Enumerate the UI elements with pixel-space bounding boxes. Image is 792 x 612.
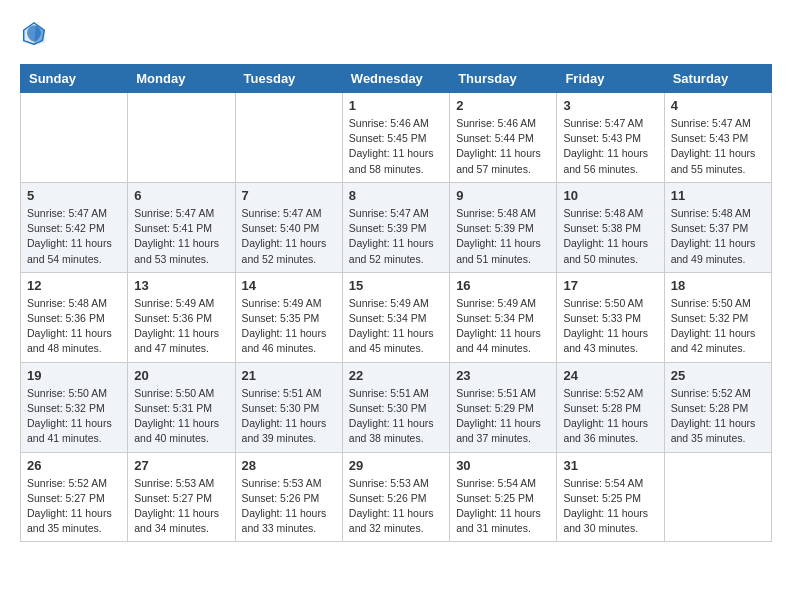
day-info: Sunrise: 5:52 AM Sunset: 5:27 PM Dayligh… [27,476,121,537]
day-number: 23 [456,368,550,383]
calendar-cell: 11Sunrise: 5:48 AM Sunset: 5:37 PM Dayli… [664,182,771,272]
day-number: 10 [563,188,657,203]
day-info: Sunrise: 5:48 AM Sunset: 5:37 PM Dayligh… [671,206,765,267]
calendar-cell [21,93,128,183]
day-info: Sunrise: 5:49 AM Sunset: 5:35 PM Dayligh… [242,296,336,357]
day-number: 24 [563,368,657,383]
calendar-week-row: 19Sunrise: 5:50 AM Sunset: 5:32 PM Dayli… [21,362,772,452]
day-info: Sunrise: 5:52 AM Sunset: 5:28 PM Dayligh… [563,386,657,447]
calendar-cell: 24Sunrise: 5:52 AM Sunset: 5:28 PM Dayli… [557,362,664,452]
calendar-week-row: 5Sunrise: 5:47 AM Sunset: 5:42 PM Daylig… [21,182,772,272]
day-info: Sunrise: 5:49 AM Sunset: 5:34 PM Dayligh… [349,296,443,357]
day-number: 18 [671,278,765,293]
calendar-cell: 18Sunrise: 5:50 AM Sunset: 5:32 PM Dayli… [664,272,771,362]
day-number: 2 [456,98,550,113]
weekday-header: Friday [557,65,664,93]
day-info: Sunrise: 5:50 AM Sunset: 5:31 PM Dayligh… [134,386,228,447]
day-number: 28 [242,458,336,473]
calendar-cell: 5Sunrise: 5:47 AM Sunset: 5:42 PM Daylig… [21,182,128,272]
calendar-cell: 4Sunrise: 5:47 AM Sunset: 5:43 PM Daylig… [664,93,771,183]
day-info: Sunrise: 5:51 AM Sunset: 5:29 PM Dayligh… [456,386,550,447]
calendar-cell [664,452,771,542]
day-info: Sunrise: 5:47 AM Sunset: 5:42 PM Dayligh… [27,206,121,267]
day-info: Sunrise: 5:47 AM Sunset: 5:41 PM Dayligh… [134,206,228,267]
day-info: Sunrise: 5:51 AM Sunset: 5:30 PM Dayligh… [349,386,443,447]
day-info: Sunrise: 5:54 AM Sunset: 5:25 PM Dayligh… [456,476,550,537]
day-number: 30 [456,458,550,473]
calendar-cell: 9Sunrise: 5:48 AM Sunset: 5:39 PM Daylig… [450,182,557,272]
day-number: 3 [563,98,657,113]
calendar-cell: 1Sunrise: 5:46 AM Sunset: 5:45 PM Daylig… [342,93,449,183]
weekday-header: Saturday [664,65,771,93]
weekday-header: Monday [128,65,235,93]
calendar-cell: 7Sunrise: 5:47 AM Sunset: 5:40 PM Daylig… [235,182,342,272]
day-info: Sunrise: 5:48 AM Sunset: 5:36 PM Dayligh… [27,296,121,357]
calendar-cell: 16Sunrise: 5:49 AM Sunset: 5:34 PM Dayli… [450,272,557,362]
calendar-cell [128,93,235,183]
day-number: 8 [349,188,443,203]
day-number: 14 [242,278,336,293]
day-info: Sunrise: 5:50 AM Sunset: 5:33 PM Dayligh… [563,296,657,357]
calendar-cell: 15Sunrise: 5:49 AM Sunset: 5:34 PM Dayli… [342,272,449,362]
day-info: Sunrise: 5:46 AM Sunset: 5:45 PM Dayligh… [349,116,443,177]
day-number: 7 [242,188,336,203]
day-info: Sunrise: 5:53 AM Sunset: 5:26 PM Dayligh… [349,476,443,537]
day-info: Sunrise: 5:46 AM Sunset: 5:44 PM Dayligh… [456,116,550,177]
day-number: 13 [134,278,228,293]
day-number: 9 [456,188,550,203]
day-info: Sunrise: 5:54 AM Sunset: 5:25 PM Dayligh… [563,476,657,537]
day-number: 6 [134,188,228,203]
calendar-week-row: 26Sunrise: 5:52 AM Sunset: 5:27 PM Dayli… [21,452,772,542]
calendar-cell: 26Sunrise: 5:52 AM Sunset: 5:27 PM Dayli… [21,452,128,542]
day-number: 20 [134,368,228,383]
calendar-cell: 8Sunrise: 5:47 AM Sunset: 5:39 PM Daylig… [342,182,449,272]
day-info: Sunrise: 5:50 AM Sunset: 5:32 PM Dayligh… [671,296,765,357]
calendar-cell: 28Sunrise: 5:53 AM Sunset: 5:26 PM Dayli… [235,452,342,542]
calendar-cell: 17Sunrise: 5:50 AM Sunset: 5:33 PM Dayli… [557,272,664,362]
day-info: Sunrise: 5:50 AM Sunset: 5:32 PM Dayligh… [27,386,121,447]
day-number: 1 [349,98,443,113]
day-number: 29 [349,458,443,473]
day-number: 5 [27,188,121,203]
day-info: Sunrise: 5:51 AM Sunset: 5:30 PM Dayligh… [242,386,336,447]
calendar-cell: 14Sunrise: 5:49 AM Sunset: 5:35 PM Dayli… [235,272,342,362]
day-number: 31 [563,458,657,473]
calendar-cell: 2Sunrise: 5:46 AM Sunset: 5:44 PM Daylig… [450,93,557,183]
day-info: Sunrise: 5:48 AM Sunset: 5:38 PM Dayligh… [563,206,657,267]
calendar-cell: 3Sunrise: 5:47 AM Sunset: 5:43 PM Daylig… [557,93,664,183]
logo-icon [20,20,48,48]
day-number: 19 [27,368,121,383]
day-number: 15 [349,278,443,293]
day-info: Sunrise: 5:47 AM Sunset: 5:43 PM Dayligh… [563,116,657,177]
day-info: Sunrise: 5:52 AM Sunset: 5:28 PM Dayligh… [671,386,765,447]
calendar-cell: 19Sunrise: 5:50 AM Sunset: 5:32 PM Dayli… [21,362,128,452]
day-number: 27 [134,458,228,473]
calendar-cell: 31Sunrise: 5:54 AM Sunset: 5:25 PM Dayli… [557,452,664,542]
day-number: 25 [671,368,765,383]
day-info: Sunrise: 5:53 AM Sunset: 5:27 PM Dayligh… [134,476,228,537]
calendar-cell: 27Sunrise: 5:53 AM Sunset: 5:27 PM Dayli… [128,452,235,542]
calendar-cell: 10Sunrise: 5:48 AM Sunset: 5:38 PM Dayli… [557,182,664,272]
calendar-cell: 20Sunrise: 5:50 AM Sunset: 5:31 PM Dayli… [128,362,235,452]
weekday-header: Wednesday [342,65,449,93]
weekday-header: Thursday [450,65,557,93]
day-number: 22 [349,368,443,383]
day-number: 16 [456,278,550,293]
calendar-cell: 12Sunrise: 5:48 AM Sunset: 5:36 PM Dayli… [21,272,128,362]
calendar-cell: 13Sunrise: 5:49 AM Sunset: 5:36 PM Dayli… [128,272,235,362]
calendar-cell [235,93,342,183]
day-number: 4 [671,98,765,113]
logo [20,20,52,48]
weekday-header: Tuesday [235,65,342,93]
day-info: Sunrise: 5:47 AM Sunset: 5:43 PM Dayligh… [671,116,765,177]
day-info: Sunrise: 5:49 AM Sunset: 5:34 PM Dayligh… [456,296,550,357]
calendar-week-row: 1Sunrise: 5:46 AM Sunset: 5:45 PM Daylig… [21,93,772,183]
weekday-header: Sunday [21,65,128,93]
page-header [20,20,772,48]
calendar-cell: 22Sunrise: 5:51 AM Sunset: 5:30 PM Dayli… [342,362,449,452]
day-number: 21 [242,368,336,383]
calendar-cell: 6Sunrise: 5:47 AM Sunset: 5:41 PM Daylig… [128,182,235,272]
day-number: 11 [671,188,765,203]
day-info: Sunrise: 5:47 AM Sunset: 5:40 PM Dayligh… [242,206,336,267]
calendar-cell: 21Sunrise: 5:51 AM Sunset: 5:30 PM Dayli… [235,362,342,452]
